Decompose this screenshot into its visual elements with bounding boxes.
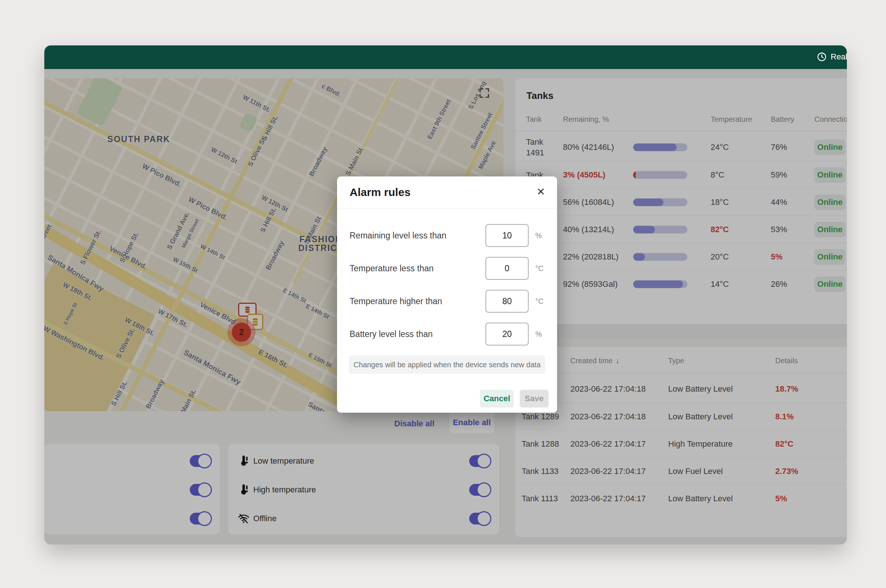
alarm-toggle[interactable] xyxy=(469,484,490,496)
alarms-card: Created time↓ Type Details 2023-06-22 17… xyxy=(515,347,847,537)
divider xyxy=(515,131,847,131)
table-row[interactable]: 22% (202818L)20°C5%Online xyxy=(515,243,847,270)
toggle-label: High temperature xyxy=(253,485,316,495)
rule-value-input[interactable]: 10 xyxy=(486,224,529,247)
alarm-row[interactable]: Tank 12892023-06-22 17:04:18Low Battery … xyxy=(515,403,847,430)
level-bar-fill xyxy=(633,144,677,152)
alarm-row[interactable]: Tank 12882023-06-22 17:04:17High Tempera… xyxy=(515,430,847,458)
battery-value: 5% xyxy=(771,252,783,262)
close-icon[interactable]: ✕ xyxy=(534,184,548,200)
table-row[interactable]: 40% (13214L)82°C53%Online xyxy=(515,216,847,243)
remaining-value: 56% (16084L) xyxy=(563,198,614,207)
map-area-label: DISTRICT xyxy=(298,243,343,253)
alarm-details: 18.7% xyxy=(775,384,798,394)
level-bar-fill xyxy=(633,253,645,261)
level-bar-fill xyxy=(633,171,636,179)
rule-label: Temperature higher than xyxy=(349,296,442,306)
connection-badge: Online xyxy=(814,249,846,265)
realtime-label: Realt xyxy=(831,52,847,62)
tanks-card: Tanks Tank Remaining, % Temperature Batt… xyxy=(515,78,847,338)
tank-name-line1: Tank xyxy=(526,136,544,147)
remaining-value: 80% (42146L) xyxy=(563,142,614,152)
battery-value: 59% xyxy=(771,170,787,180)
street-label: East 9th Street xyxy=(426,98,453,140)
tanks-title: Tanks xyxy=(526,90,553,102)
street-label: Santa Monica Fwy xyxy=(182,348,243,387)
alarm-toggle[interactable] xyxy=(469,455,490,467)
alarm-details: 82°C xyxy=(775,439,793,449)
battery-value: 26% xyxy=(771,279,787,289)
temperature-value: 8°C xyxy=(711,170,724,180)
street-label: E 14th St xyxy=(304,303,330,320)
alarm-type: Low Battery Level xyxy=(668,494,733,504)
connection-badge: Online xyxy=(814,167,846,183)
temperature-value: 14°C xyxy=(711,279,729,289)
alarm-row[interactable]: Tank 11132023-06-22 17:04:17Low Battery … xyxy=(515,484,847,512)
rule-unit: % xyxy=(535,330,542,339)
save-button[interactable]: Save xyxy=(520,390,549,408)
tanks-col-temperature: Temperature xyxy=(711,115,752,124)
alarm-row[interactable]: Tank 11332023-06-22 17:04:17Low Fuel Lev… xyxy=(515,458,847,485)
alarm-toggles-left-card xyxy=(44,444,220,534)
alarm-toggle[interactable] xyxy=(190,484,210,496)
battery-value: 44% xyxy=(771,198,787,207)
alarm-tank-name: Tank 1288 xyxy=(522,439,559,449)
level-bar-fill xyxy=(633,226,655,234)
alarm-tank-name: Tank 1133 xyxy=(522,466,559,476)
alarm-row[interactable]: 2023-06-22 17:04:18Low Battery Level18.7… xyxy=(515,375,847,403)
level-bar xyxy=(633,144,687,152)
remaining-value: 22% (202818L) xyxy=(563,252,618,262)
level-bar xyxy=(633,171,687,179)
thermometer-high-icon xyxy=(238,484,250,496)
level-bar xyxy=(633,280,687,288)
alarms-col-created-time: Created time↓ xyxy=(570,357,619,365)
table-row[interactable]: 56% (16084L)18°C44%Online xyxy=(515,188,847,216)
alarm-rule-row: Remaining level less than10% xyxy=(337,224,557,247)
alarm-created-time: 2023-06-22 17:04:18 xyxy=(570,412,646,422)
modal-title: Alarm rules xyxy=(349,186,411,199)
toggle-label: Offline xyxy=(253,514,276,524)
alarm-toggle[interactable] xyxy=(469,513,490,525)
temperature-value: 18°C xyxy=(711,198,729,207)
tanks-col-remaining: Remaining, % xyxy=(563,115,609,124)
alarm-tank-name: Tank 1289 xyxy=(522,412,559,422)
alarm-rule-row: Temperature less than0°C xyxy=(337,257,557,280)
fullscreen-button[interactable] xyxy=(478,87,491,99)
disable-all-button[interactable]: Disable all xyxy=(394,414,435,433)
tank-name: Tank1491 xyxy=(526,136,544,158)
alarm-rule-row: Battery level less than20% xyxy=(337,322,557,345)
toggle-row xyxy=(44,447,220,476)
street-label: S Main St xyxy=(344,147,364,177)
cancel-button[interactable]: Cancel xyxy=(480,390,514,408)
enable-all-button[interactable]: Enable all xyxy=(449,412,494,433)
rule-label: Temperature less than xyxy=(349,264,434,273)
table-row[interactable]: 92% (8593Gal)14°C26%Online xyxy=(515,270,847,298)
tanks-partial-row xyxy=(515,324,847,338)
rule-value-input[interactable]: 0 xyxy=(486,257,529,280)
rule-value-input[interactable]: 80 xyxy=(486,290,529,313)
street-label: E 14th St xyxy=(282,287,307,304)
tanks-col-connection: Connection xyxy=(814,115,847,124)
fullscreen-icon xyxy=(478,87,491,99)
toggle-row: Low temperature xyxy=(228,447,499,476)
realtime-mode-button[interactable]: Realt xyxy=(817,52,847,62)
table-row[interactable]: Tank149180% (42146L)24°C76%Online xyxy=(515,134,847,161)
alarm-tank-name: Tank 1113 xyxy=(522,494,558,504)
alarm-type: High Temperature xyxy=(668,439,732,449)
level-bar-fill xyxy=(633,280,683,288)
sort-desc-icon[interactable]: ↓ xyxy=(616,357,619,364)
alarms-col-type: Type xyxy=(668,357,684,365)
alarm-toggle[interactable] xyxy=(190,455,210,467)
alarm-created-time: 2023-06-22 17:04:18 xyxy=(570,384,646,394)
alarm-rule-row: Temperature higher than80°C xyxy=(337,290,557,313)
map-park xyxy=(239,112,258,133)
modal-note: Changes will be applied when the device … xyxy=(349,356,545,374)
rule-value-input[interactable]: 20 xyxy=(486,322,529,345)
table-row[interactable]: Tank3% (4505L)8°C59%Online xyxy=(515,161,847,189)
cluster-marker[interactable]: 2 xyxy=(232,322,251,342)
alarm-rules-modal: Alarm rules ✕ Remaining level less than1… xyxy=(337,176,557,412)
alarm-toggles-right-card: Low temperatureHigh temperatureOffline xyxy=(228,444,499,534)
alarm-created-time: 2023-06-22 17:04:17 xyxy=(570,439,646,449)
alarm-toggle[interactable] xyxy=(190,513,210,525)
app-header: Realt xyxy=(44,45,847,69)
